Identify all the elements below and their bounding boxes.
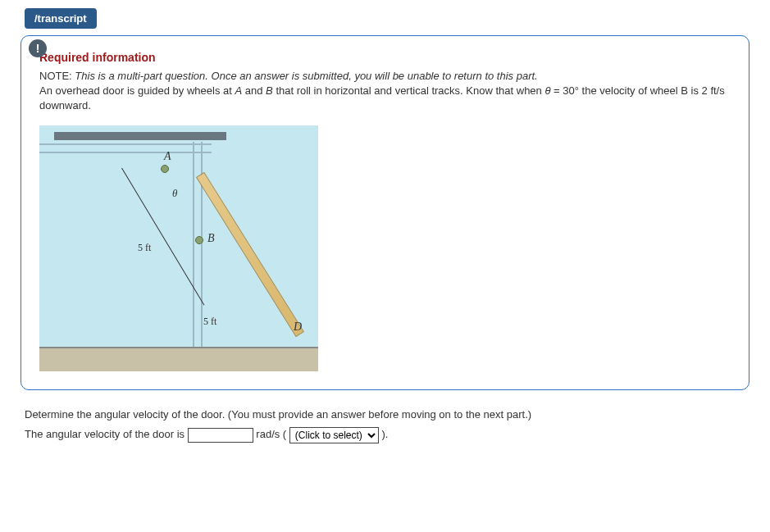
body-2: and xyxy=(242,84,266,97)
answer-row: The angular velocity of the door is rad/… xyxy=(25,425,749,445)
problem-figure: A B D θ 5 ft 5 ft xyxy=(39,125,318,371)
figure-label-d: D xyxy=(294,321,302,334)
figure-label-theta: θ xyxy=(172,187,177,200)
transcript-tab[interactable]: /transcript xyxy=(25,8,97,29)
note-text: NOTE: This is a multi-part question. Onc… xyxy=(39,69,731,114)
required-heading: Required information xyxy=(39,51,731,64)
var-B: B xyxy=(266,84,273,97)
answer-label: The angular velocity of the door is xyxy=(25,428,188,440)
note-italic: This is a multi-part question. Once an a… xyxy=(75,70,537,82)
figure-floor xyxy=(39,347,318,371)
info-badge-icon: ! xyxy=(29,39,47,57)
figure-label-a: A xyxy=(164,150,171,163)
figure-label-b: B xyxy=(207,232,215,245)
note-prefix: NOTE: xyxy=(39,70,72,82)
figure-topbar xyxy=(54,132,226,140)
var-A: A xyxy=(235,84,243,97)
var-theta: θ xyxy=(544,84,550,97)
wheel-b-icon xyxy=(195,236,203,244)
angular-velocity-input[interactable] xyxy=(188,428,253,443)
question-prompt: Determine the angular velocity of the do… xyxy=(25,405,749,425)
closing-paren: ). xyxy=(381,428,388,440)
wheel-a-icon xyxy=(161,165,169,173)
question-area: Determine the angular velocity of the do… xyxy=(25,405,749,445)
body-1: An overhead door is guided by wheels at xyxy=(39,84,235,97)
required-info-panel: Required information NOTE: This is a mul… xyxy=(21,35,749,390)
door-bar xyxy=(196,171,304,336)
unit-label: rad/s ( xyxy=(256,428,289,440)
horizontal-track xyxy=(39,142,212,158)
figure-dim-lower: 5 ft xyxy=(203,316,216,328)
body-3: that roll in horizontal and vertical tra… xyxy=(273,84,545,97)
direction-select[interactable]: (Click to select) xyxy=(289,427,379,443)
figure-dim-upper: 5 ft xyxy=(138,242,151,254)
